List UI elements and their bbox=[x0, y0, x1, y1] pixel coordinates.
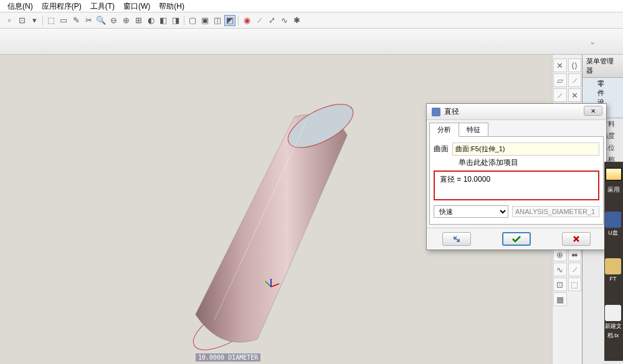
tool-icon[interactable]: ✕ bbox=[568, 88, 582, 102]
tool-icon[interactable]: ∿ bbox=[553, 263, 567, 276]
menu-tools[interactable]: 工具(T) bbox=[88, 1, 117, 11]
dialog-buttons bbox=[427, 228, 606, 250]
result-value: 10.0000 bbox=[464, 175, 490, 184]
tool-icon[interactable]: ▢ bbox=[187, 15, 198, 26]
repeat-button[interactable] bbox=[442, 232, 471, 246]
dialog-icon bbox=[432, 108, 440, 116]
info-icon bbox=[606, 168, 622, 180]
svg-line-3 bbox=[271, 284, 279, 287]
tool-icon[interactable]: ▭ bbox=[58, 15, 69, 26]
menu-help[interactable]: 帮助(H) bbox=[156, 1, 187, 11]
desktop-area: 采用 U盘 FT 新建文 档.tx bbox=[604, 162, 623, 361]
tool-icon[interactable]: ⬚ bbox=[568, 278, 582, 291]
tool-icon[interactable]: ∿ bbox=[278, 15, 290, 26]
ribbon-area: ⌄ bbox=[0, 29, 623, 55]
tool-icon[interactable]: ⊡ bbox=[553, 278, 567, 291]
tool-icon[interactable]: ⟋ bbox=[254, 15, 265, 26]
tool-icon[interactable]: ⬚ bbox=[45, 15, 57, 26]
tool-icon[interactable]: ⟋ bbox=[553, 88, 567, 102]
desktop-icon[interactable]: FT bbox=[604, 258, 622, 286]
tool-icon[interactable]: ⟨⟩ bbox=[568, 58, 582, 72]
dialog-title: 直径 bbox=[444, 106, 459, 117]
tool-icon[interactable]: ▦ bbox=[553, 292, 567, 306]
tool-icon[interactable]: ✕ bbox=[553, 58, 567, 72]
dialog-body: 曲面 曲面:F5(拉伸_1) 单击此处添加项目 直径 = 10.0000 快速 … bbox=[429, 136, 604, 225]
tool-icon[interactable]: ▫ bbox=[4, 15, 15, 26]
analysis-name-field[interactable]: ANALYSIS_DIAMETER_1 bbox=[512, 206, 599, 217]
menu-info[interactable]: 信息(N) bbox=[5, 1, 36, 11]
tab-analysis[interactable]: 分析 bbox=[429, 123, 459, 137]
tool-icon[interactable]: ▱ bbox=[553, 73, 567, 87]
search-icon[interactable]: 🔍 bbox=[95, 15, 107, 26]
tool-icon[interactable]: ▣ bbox=[199, 15, 211, 26]
color-icon[interactable]: ◉ bbox=[241, 15, 252, 26]
tool-icon[interactable]: ⟋ bbox=[568, 263, 582, 276]
tool-icon[interactable]: ✂ bbox=[83, 15, 94, 26]
menu-apps[interactable]: 应用程序(P) bbox=[39, 1, 84, 11]
result-box: 直径 = 10.0000 bbox=[434, 170, 599, 200]
tool-icon[interactable]: ◫ bbox=[212, 15, 223, 26]
tool-icon[interactable]: ⤢ bbox=[266, 15, 277, 26]
tool-icon[interactable]: ✱ bbox=[291, 15, 302, 26]
toolbar: ▫ ⊡ ▾ ⬚ ▭ ✎ ✂ 🔍 ⊖ ⊕ ⊞ ◐ ◧ ◨ ▢ ▣ ◫ ◩ ◉ ⟋ … bbox=[0, 12, 623, 29]
dialog-titlebar[interactable]: 直径 ✕ bbox=[427, 104, 606, 120]
menu-window[interactable]: 窗口(W) bbox=[121, 1, 153, 11]
tool-icon[interactable]: ✎ bbox=[70, 15, 82, 26]
add-item-label[interactable]: 单击此处添加项目 bbox=[459, 157, 518, 168]
desktop-label: 采用 bbox=[604, 185, 623, 194]
diameter-dialog: 直径 ✕ 分析 特征 曲面 曲面:F5(拉伸_1) 单击此处添加项目 直径 = … bbox=[426, 103, 607, 250]
dialog-close-button[interactable]: ✕ bbox=[584, 106, 602, 116]
coordinate-gizmo bbox=[262, 278, 280, 296]
tool-icon[interactable]: ◐ bbox=[145, 15, 156, 26]
result-label: 直径 = bbox=[440, 175, 461, 184]
dropdown-icon[interactable]: ▾ bbox=[29, 15, 40, 26]
cancel-button[interactable] bbox=[562, 232, 591, 246]
surface-label: 曲面 bbox=[434, 144, 449, 154]
tool-icon[interactable]: ◩ bbox=[224, 15, 235, 26]
tool-icon[interactable]: ◨ bbox=[170, 15, 181, 26]
desktop-icon[interactable]: 新建文 档.tx bbox=[604, 305, 622, 333]
speed-select[interactable]: 快速 bbox=[434, 205, 508, 218]
side-panel-header: 菜单管理器 bbox=[583, 55, 623, 78]
surface-field[interactable]: 曲面:F5(拉伸_1) bbox=[452, 142, 599, 156]
tool-icon[interactable]: ⟋ bbox=[568, 73, 582, 87]
dimension-label: 10.0000 DIAMETER bbox=[196, 353, 260, 362]
chevron-icon[interactable]: ⌄ bbox=[589, 37, 596, 46]
svg-line-4 bbox=[265, 281, 271, 287]
tool-icon[interactable]: ◧ bbox=[158, 15, 169, 26]
zoom-in-icon[interactable]: ⊕ bbox=[120, 15, 131, 26]
desktop-icon[interactable]: U盘 bbox=[604, 212, 622, 240]
dialog-tabs: 分析 特征 bbox=[427, 120, 606, 137]
tab-feature[interactable]: 特征 bbox=[459, 123, 488, 137]
ok-button[interactable] bbox=[502, 232, 531, 246]
zoom-out-icon[interactable]: ⊖ bbox=[108, 15, 119, 26]
menu-bar: 信息(N) 应用程序(P) 工具(T) 窗口(W) 帮助(H) bbox=[0, 0, 623, 12]
tool-icon[interactable]: ⊡ bbox=[16, 15, 27, 26]
tool-icon[interactable]: ⊞ bbox=[133, 15, 144, 26]
